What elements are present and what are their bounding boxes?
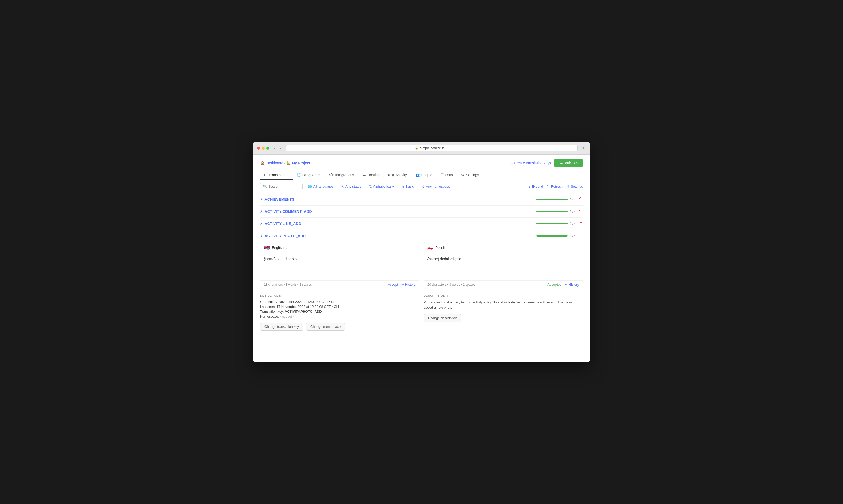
tab-translations[interactable]: ⊞ Translations	[260, 171, 292, 180]
sort-icon: ↕	[282, 294, 284, 297]
delete-comment-add-button[interactable]: 🗑	[579, 209, 583, 214]
alphabetically-filter[interactable]: ⇅ Alphabetically	[366, 183, 397, 190]
group-header-achievements[interactable]: ∧ ACHIEVEMENTS 4 / 4 🗑	[260, 193, 583, 205]
tab-hosting[interactable]: ☁ Hosting	[358, 171, 383, 180]
progress-bar-photo-add: 4 / 4	[537, 234, 576, 238]
any-namespace-filter[interactable]: ⊙ Any namespace	[419, 183, 453, 190]
group-right-comment-add: 4 / 4 🗑	[537, 209, 583, 214]
progress-fill	[537, 223, 568, 224]
english-panel: 🇬🇧 English ↕ {name} added photo 18 chara…	[260, 242, 419, 289]
translations-list: ∧ ACHIEVEMENTS 4 / 4 🗑	[253, 193, 590, 336]
expand-button[interactable]: ↕ Expand	[529, 184, 543, 188]
group-title-comment-add: ∧ ACTIVITY.COMMENT_ADD	[260, 210, 312, 214]
polish-sort-icon[interactable]: ↕	[447, 246, 449, 249]
dashboard-link[interactable]: Dashboard	[266, 161, 283, 165]
change-namespace-button[interactable]: Change namespace	[306, 323, 345, 331]
english-sort-icon[interactable]: ↕	[286, 246, 287, 249]
group-title-achievements: ∧ ACHIEVEMENTS	[260, 197, 294, 201]
group-right-achievements: 4 / 4 🗑	[537, 197, 583, 202]
basic-icon: ◈	[402, 184, 405, 188]
english-history-button[interactable]: ↩ History	[401, 283, 415, 287]
browser-nav-buttons: ‹ ›	[272, 145, 283, 151]
polish-translation-input[interactable]: {name} dodał zdjęcie	[424, 253, 583, 279]
refresh-button[interactable]: ↻ Refresh	[546, 184, 563, 188]
english-language-name: English	[272, 246, 284, 250]
browser-chrome: ‹ › 🔒 simplelocalize.io ↻ +	[253, 142, 590, 155]
forward-button[interactable]: ›	[278, 145, 282, 151]
tab-settings[interactable]: ⚙ Settings	[457, 171, 483, 180]
all-languages-filter[interactable]: 🌐 All languages	[305, 183, 336, 190]
maximize-button[interactable]	[266, 147, 269, 150]
new-tab-button[interactable]: +	[581, 145, 586, 151]
group-header-photo-add[interactable]: ∨ ACTIVITY.PHOTO_ADD 4 / 4 🗑	[260, 230, 583, 242]
progress-bar-like-add: 4 / 4	[537, 222, 576, 226]
group-title-photo-add: ∨ ACTIVITY.PHOTO_ADD	[260, 234, 306, 238]
change-translation-key-button[interactable]: Change translation key	[260, 323, 303, 331]
progress-bar-track	[537, 223, 568, 224]
delete-photo-add-button[interactable]: 🗑	[579, 234, 583, 238]
cloud-icon: ☁	[559, 161, 563, 165]
breadcrumb-row: 🏠 Dashboard / 🏡 My Project + Create tran…	[260, 159, 583, 167]
any-status-filter[interactable]: ◎ Any status	[339, 183, 364, 190]
group-right-photo-add: 4 / 4 🗑	[537, 234, 583, 238]
back-button[interactable]: ‹	[272, 145, 277, 151]
progress-fill	[537, 211, 568, 212]
settings-icon: ⚙	[566, 184, 570, 188]
group-header-like-add[interactable]: ∧ ACTIVITY.LIKE_ADD 4 / 4 🗑	[260, 218, 583, 230]
tab-data[interactable]: ☰ Data	[436, 171, 457, 180]
english-panel-header: 🇬🇧 English ↕	[260, 242, 419, 253]
search-box[interactable]: 🔍	[260, 183, 303, 190]
polish-history-button[interactable]: ↩ History	[565, 283, 579, 287]
tab-activity[interactable]: ((•)) Activity	[384, 171, 411, 180]
tab-integrations[interactable]: </> Integrations	[324, 171, 358, 180]
progress-bar-track	[537, 235, 568, 237]
polish-panel-footer: 20 characters • 3 words • 2 spaces ✓ Acc…	[424, 280, 583, 289]
tab-languages[interactable]: 🌐 Languages	[292, 171, 324, 180]
settings-button[interactable]: ⚙ Settings	[566, 184, 583, 188]
accept-button[interactable]: ○ Accept	[384, 283, 398, 287]
app-content: 🏠 Dashboard / 🏡 My Project + Create tran…	[253, 155, 590, 362]
delete-like-add-button[interactable]: 🗑	[579, 221, 583, 226]
globe-icon: 🌐	[308, 184, 312, 188]
project-icon: 🏡	[286, 161, 291, 165]
people-tab-icon: 👥	[415, 173, 420, 177]
description-action-buttons: Change description	[424, 314, 583, 322]
filter-bar: 🔍 🌐 All languages ◎ Any status ⇅ Alphabe…	[253, 180, 590, 193]
polish-panel-actions: ✓ Accepted ↩ History	[543, 283, 579, 287]
chevron-down-icon: ∨	[260, 234, 263, 238]
english-translation-input[interactable]: {name} added photo	[260, 253, 419, 279]
progress-bar-track	[537, 199, 568, 200]
url-text: simplelocalize.io	[420, 146, 445, 150]
group-header-comment-add[interactable]: ∧ ACTIVITY.COMMENT_ADD 4 / 4 🗑	[260, 205, 583, 217]
description-text: Primary and bold activity text on activi…	[424, 300, 583, 310]
group-right-like-add: 4 / 4 🗑	[537, 221, 583, 226]
refresh-icon: ↻	[546, 184, 550, 188]
key-details-row: KEY DETAILS ↕ Created: 17 November 2022 …	[260, 294, 583, 331]
progress-text-achievements: 4 / 4	[570, 198, 576, 201]
search-input[interactable]	[269, 184, 300, 188]
activity-tab-icon: ((•))	[388, 173, 394, 177]
key-details-section: KEY DETAILS ↕ Created: 17 November 2022 …	[260, 294, 419, 331]
progress-fill	[537, 235, 568, 237]
progress-bar-achievements: 4 / 4	[537, 198, 576, 201]
translation-panels: 🇬🇧 English ↕ {name} added photo 18 chara…	[260, 242, 583, 289]
settings-tab-icon: ⚙	[461, 173, 465, 177]
tab-people[interactable]: 👥 People	[411, 171, 436, 180]
close-button[interactable]	[257, 147, 260, 150]
delete-achievements-button[interactable]: 🗑	[579, 197, 583, 202]
publish-button[interactable]: ☁ Publish	[554, 159, 583, 167]
polish-char-info: 20 characters • 3 words • 2 spaces	[428, 283, 476, 287]
history-icon: ↩	[401, 283, 404, 287]
create-translation-keys-button[interactable]: + Create translation keys	[511, 161, 551, 165]
address-bar[interactable]: 🔒 simplelocalize.io ↻	[286, 145, 578, 151]
namespace-line: Namespace: <not set>	[260, 314, 419, 319]
header-actions: + Create translation keys ☁ Publish	[511, 159, 583, 167]
minimize-button[interactable]	[262, 147, 265, 150]
data-tab-icon: ☰	[441, 173, 444, 177]
change-description-button[interactable]: Change description	[424, 314, 462, 322]
status-icon: ◎	[341, 184, 344, 188]
project-name: My Project	[292, 161, 310, 165]
browser-window: ‹ › 🔒 simplelocalize.io ↻ + 🏠 Dashboard …	[253, 142, 590, 362]
group-activity-comment-add: ∧ ACTIVITY.COMMENT_ADD 4 / 4 🗑	[260, 205, 583, 218]
basic-filter[interactable]: ◈ Basic	[399, 183, 416, 190]
